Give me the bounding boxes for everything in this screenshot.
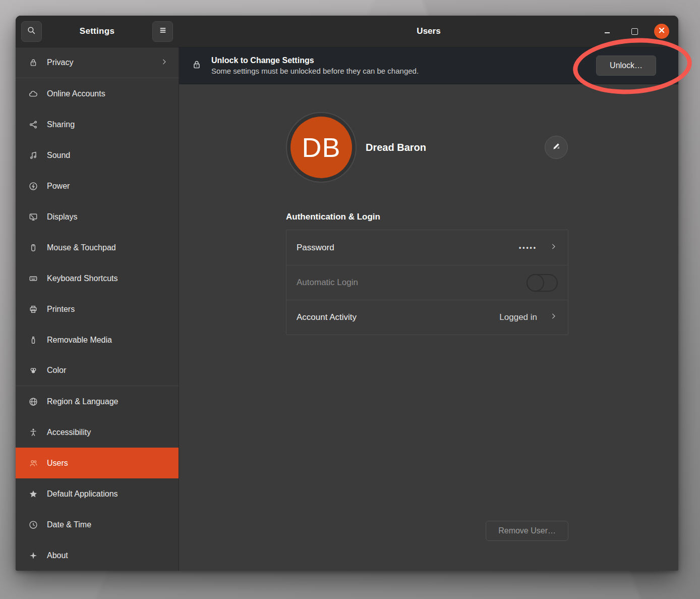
maximize-icon	[631, 28, 638, 35]
sidebar: Settings PrivacyOnline AccountsSharingSo…	[16, 16, 179, 571]
remove-user-button[interactable]: Remove User…	[486, 521, 568, 541]
sparkle-icon	[28, 550, 38, 561]
color-circles-icon	[28, 365, 38, 376]
unlock-banner-subtitle: Some settings must be unlocked before th…	[211, 67, 419, 75]
sidebar-item-label: Displays	[47, 212, 77, 222]
cloud-icon	[28, 88, 38, 99]
window-controls	[600, 24, 678, 39]
sidebar-item-about[interactable]: About	[16, 540, 179, 571]
sidebar-item-label: Keyboard Shortcuts	[47, 274, 118, 283]
sidebar-item-privacy[interactable]: Privacy	[16, 47, 179, 78]
auth-row-value: Logged in	[499, 312, 537, 322]
auth-row-value-area	[527, 274, 558, 292]
users-content: DB Dread Baron Authentication & Login Pa…	[179, 84, 678, 571]
lock-icon	[191, 59, 202, 72]
sidebar-item-removable-media[interactable]: Removable Media	[16, 324, 179, 355]
pencil-icon	[552, 142, 561, 153]
edit-name-button[interactable]	[545, 136, 568, 159]
sidebar-item-label: Mouse & Touchpad	[47, 243, 116, 252]
padlock-icon	[28, 58, 38, 68]
sidebar-item-label: Color	[47, 366, 66, 375]
unlock-banner-text: Unlock to Change Settings Some settings …	[211, 56, 419, 75]
sidebar-item-label: Accessibility	[47, 428, 91, 437]
sidebar-item-label: Power	[47, 182, 70, 191]
star-icon	[28, 488, 38, 499]
sidebar-item-label: About	[47, 551, 68, 560]
sidebar-item-accessibility[interactable]: Accessibility	[16, 417, 179, 448]
users-icon	[28, 458, 38, 468]
menu-button[interactable]	[152, 21, 173, 42]
auth-row-password[interactable]: Password•••••	[286, 230, 568, 265]
sidebar-item-label: Users	[47, 459, 68, 468]
hamburger-icon	[158, 26, 167, 37]
sidebar-item-default-applications[interactable]: Default Applications	[16, 478, 179, 509]
auth-row-value-area: Logged in	[499, 312, 558, 323]
chevron-right-icon	[160, 58, 168, 68]
sidebar-list: PrivacyOnline AccountsSharingSoundPowerD…	[16, 47, 179, 571]
sidebar-item-color[interactable]: Color	[16, 355, 179, 386]
sidebar-item-label: Region & Language	[47, 397, 118, 406]
close-icon	[658, 27, 665, 36]
keyboard-icon	[28, 273, 38, 284]
chevron-right-icon	[549, 242, 558, 253]
unlock-banner: Unlock to Change Settings Some settings …	[179, 47, 678, 84]
sidebar-item-region-language[interactable]: Region & Language	[16, 386, 179, 417]
avatar[interactable]: DB	[290, 117, 352, 178]
maximize-button[interactable]	[627, 24, 642, 39]
sidebar-item-online-accounts[interactable]: Online Accounts	[16, 78, 179, 109]
sidebar-item-sound[interactable]: Sound	[16, 140, 179, 171]
printer-icon	[28, 304, 38, 314]
chevron-right-icon	[549, 312, 558, 323]
sidebar-item-label: Privacy	[47, 58, 73, 67]
unlock-button[interactable]: Unlock…	[596, 56, 656, 76]
sidebar-item-label: Sound	[47, 151, 70, 160]
auth-row-label: Automatic Login	[297, 278, 358, 288]
sidebar-item-label: Printers	[47, 305, 75, 314]
auth-section-heading: Authentication & Login	[286, 212, 678, 222]
sidebar-item-sharing[interactable]: Sharing	[16, 109, 179, 140]
mouse-icon	[28, 242, 38, 253]
sidebar-item-power[interactable]: Power	[16, 171, 179, 201]
share-nodes-icon	[28, 119, 38, 130]
auth-row-label: Password	[297, 243, 334, 253]
sidebar-item-date-time[interactable]: Date & Time	[16, 509, 179, 540]
auth-row-account-activity[interactable]: Account ActivityLogged in	[286, 300, 568, 335]
sidebar-title: Settings	[80, 26, 114, 36]
user-full-name: Dread Baron	[366, 142, 426, 153]
globe-icon	[28, 396, 38, 407]
sidebar-item-displays[interactable]: Displays	[16, 201, 179, 232]
titlebar: Users	[179, 16, 678, 47]
auth-settings-group: Password•••••Automatic LoginAccount Acti…	[286, 230, 568, 335]
minimize-button[interactable]	[600, 24, 615, 39]
sidebar-item-mouse-touchpad[interactable]: Mouse & Touchpad	[16, 232, 179, 263]
sidebar-header: Settings	[16, 16, 179, 47]
automatic-login-toggle[interactable]	[527, 274, 558, 292]
auth-row-automatic-login: Automatic Login	[286, 265, 568, 300]
avatar-ring: DB	[286, 112, 357, 183]
monitor-icon	[28, 211, 38, 222]
accessibility-icon	[28, 427, 38, 438]
user-profile-row: DB Dread Baron	[286, 112, 568, 183]
toggle-knob	[527, 274, 544, 292]
music-note-icon	[28, 150, 38, 160]
unlock-banner-title: Unlock to Change Settings	[211, 56, 419, 65]
auth-row-value-area: •••••	[519, 242, 558, 253]
sidebar-item-label: Default Applications	[47, 489, 118, 499]
sidebar-item-label: Online Accounts	[47, 89, 105, 98]
sidebar-item-printers[interactable]: Printers	[16, 294, 179, 324]
search-button[interactable]	[21, 21, 42, 42]
clock-icon	[28, 519, 38, 530]
search-icon	[27, 26, 36, 37]
power-icon	[28, 181, 38, 191]
sidebar-item-keyboard-shortcuts[interactable]: Keyboard Shortcuts	[16, 263, 179, 294]
settings-window: Settings PrivacyOnline AccountsSharingSo…	[16, 16, 678, 571]
sidebar-item-label: Removable Media	[47, 336, 112, 345]
sidebar-item-users[interactable]: Users	[16, 448, 179, 478]
close-button[interactable]	[654, 24, 669, 39]
main-panel: Users Unlock to Change Settings Some s	[179, 16, 678, 571]
sidebar-item-label: Date & Time	[47, 520, 91, 529]
usb-drive-icon	[28, 335, 38, 345]
auth-row-value: •••••	[519, 244, 537, 251]
auth-row-label: Account Activity	[297, 312, 357, 322]
sidebar-item-label: Sharing	[47, 120, 75, 129]
